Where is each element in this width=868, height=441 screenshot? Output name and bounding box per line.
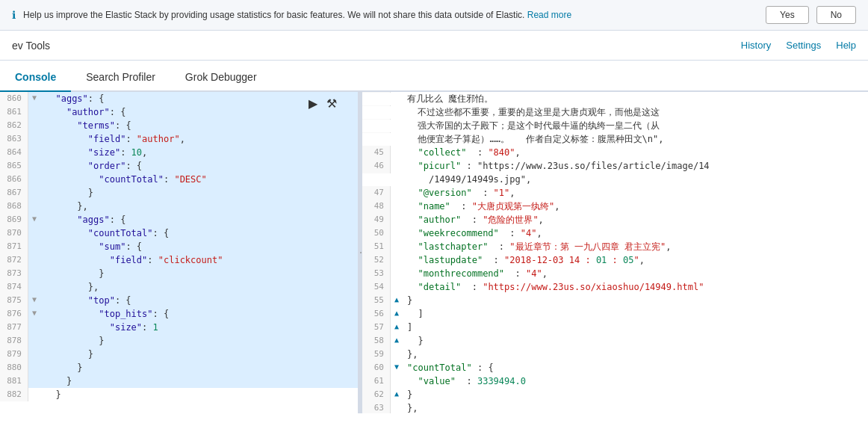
output-line-number: 49 (362, 213, 391, 226)
editor-line: 872 "field": "clickcount" (0, 253, 358, 267)
output-fold-marker[interactable]: ▲ (391, 307, 403, 318)
help-link[interactable]: Help (836, 40, 856, 51)
output-code: ] (403, 321, 412, 334)
read-more-link[interactable]: Read more (527, 10, 571, 20)
output-code: "lastupdate" : "2018-12-03 14 : 01 : 05"… (403, 253, 645, 267)
line-code: } (40, 374, 72, 388)
output-fold-marker[interactable]: ▲ (391, 388, 403, 399)
editor-line: 871 "sum": { (0, 240, 358, 253)
tab-search-profiler[interactable]: Search Profiler (71, 64, 170, 92)
editor-line: 882 } (0, 388, 358, 401)
output-code: } (403, 294, 412, 307)
output-code: 有几比么 魔住邪怕。 (403, 92, 493, 105)
editor-line: 867 } (0, 186, 358, 200)
line-number: 871 (0, 240, 28, 253)
tab-bar: Console Search Profiler Grok Debugger (0, 61, 868, 92)
output-code: "@version" : "1", (403, 186, 515, 200)
no-button[interactable]: No (816, 6, 856, 24)
output-fold-marker[interactable]: ▲ (391, 334, 403, 345)
editor-line: 876▼ "top_hits": { (0, 307, 358, 321)
output-code: ] (403, 307, 424, 321)
output-line: 51 "lastchapter" : "最近章节：第 一九八四章 君主立宪", (362, 240, 868, 253)
line-code: } (40, 361, 83, 374)
banner-text: Help us improve the Elastic Stack by pro… (23, 10, 758, 20)
output-line: 54 "detail" : "https://www.23us.so/xiaos… (362, 280, 868, 294)
output-line: 62▲} (362, 388, 868, 401)
line-code: "countTotal": { (40, 226, 169, 240)
output-line: 49 "author" : "危险的世界", (362, 213, 868, 226)
output-line-number: 61 (362, 374, 391, 388)
tab-console[interactable]: Console (0, 64, 71, 92)
line-number: 874 (0, 280, 28, 294)
line-code: "size": 1 (40, 321, 158, 334)
output-code: /14949/14949s.jpg", (403, 173, 531, 186)
output-line-number: 48 (362, 200, 391, 213)
line-code: "field": "clickcount" (40, 253, 223, 267)
line-fold-marker[interactable]: ▼ (28, 92, 40, 103)
output-line-number: 60 (362, 361, 391, 374)
wrench-button[interactable]: ⚒ (323, 95, 340, 112)
editor-line: 877 "size": 1 (0, 321, 358, 334)
editor-line: 865 "order": { (0, 159, 358, 173)
settings-link[interactable]: Settings (786, 40, 821, 51)
output-line-number (362, 105, 391, 106)
yes-button[interactable]: Yes (766, 6, 809, 24)
output-line: 46 "picurl" : "https://www.23us.so/files… (362, 159, 868, 173)
line-number: 870 (0, 226, 28, 240)
output-line-number (362, 173, 391, 173)
line-code: "terms": { (40, 119, 131, 132)
output-fold-marker[interactable]: ▲ (391, 321, 403, 332)
output-line: 45 "collect" : "840", (362, 146, 868, 159)
line-number: 872 (0, 253, 28, 267)
line-number: 862 (0, 119, 28, 132)
editor-line: 868 }, (0, 200, 358, 213)
run-button[interactable]: ▶ (306, 95, 320, 112)
line-code: "top_hits": { (40, 307, 169, 321)
output-fold-marker[interactable]: ▼ (391, 361, 403, 372)
output-line-number: 46 (362, 159, 391, 173)
line-code: } (40, 348, 93, 361)
line-number: 877 (0, 321, 28, 334)
editor-line: 862 "terms": { (0, 119, 358, 132)
line-code: } (40, 388, 61, 401)
output-line: 不过这些都不重要，重要的是这里是大唐贞观年，而他是这这 (362, 105, 868, 119)
output-code: "collect" : "840", (403, 146, 521, 159)
top-nav-links: History Settings Help (741, 40, 856, 51)
line-fold-marker[interactable]: ▼ (28, 307, 40, 318)
tab-grok-debugger[interactable]: Grok Debugger (170, 64, 272, 92)
editor-line: 879 } (0, 348, 358, 361)
line-fold-marker[interactable]: ▼ (28, 213, 40, 224)
output-line-number (362, 92, 391, 93)
history-link[interactable]: History (741, 40, 771, 51)
line-code: } (40, 267, 104, 280)
output-code: "value" : 3339494.0 (403, 374, 526, 388)
line-code: "sum": { (40, 240, 142, 253)
line-fold-marker[interactable]: ▼ (28, 294, 40, 305)
output-code: 强大帝国的太子殿下；是这个时代最牛逼的纨绔一皇二代（从 (403, 119, 660, 132)
output-code: 不过这些都不重要，重要的是这里是大唐贞观年，而他是这这 (403, 105, 660, 119)
output-panel[interactable]: 有几比么 魔住邪怕。 不过这些都不重要，重要的是这里是大唐贞观年，而他是这这 强… (362, 92, 868, 413)
editor-content[interactable]: 860▼ "aggs": {861 "author": {862 "terms"… (0, 92, 358, 413)
line-number: 863 (0, 132, 28, 146)
output-line: 55▲} (362, 294, 868, 307)
output-line: /14949/14949s.jpg", (362, 173, 868, 186)
banner-message: Help us improve the Elastic Stack by pro… (23, 10, 524, 20)
line-code: "size": 10, (40, 146, 147, 159)
editor-panel: ▶ ⚒ 860▼ "aggs": {861 "author": {862 "te… (0, 92, 359, 413)
line-code: }, (40, 200, 88, 213)
editor-line: 874 }, (0, 280, 358, 294)
output-line: 47 "@version" : "1", (362, 186, 868, 200)
line-code: "field": "author", (40, 132, 185, 146)
output-code: "countTotal" : { (403, 361, 494, 374)
output-line-number: 56 (362, 307, 391, 321)
editor-line: 870 "countTotal": { (0, 226, 358, 240)
editor-line: 873 } (0, 267, 358, 280)
line-code: } (40, 186, 93, 200)
output-code: "detail" : "https://www.23us.so/xiaoshuo… (403, 280, 704, 294)
line-number: 880 (0, 361, 28, 374)
top-nav: ev Tools History Settings Help (0, 31, 868, 61)
output-fold-marker[interactable]: ▲ (391, 294, 403, 305)
output-line: 53 "monthrecommend" : "4", (362, 267, 868, 280)
editor-toolbar: ▶ ⚒ (306, 95, 340, 112)
output-code: } (403, 334, 424, 348)
